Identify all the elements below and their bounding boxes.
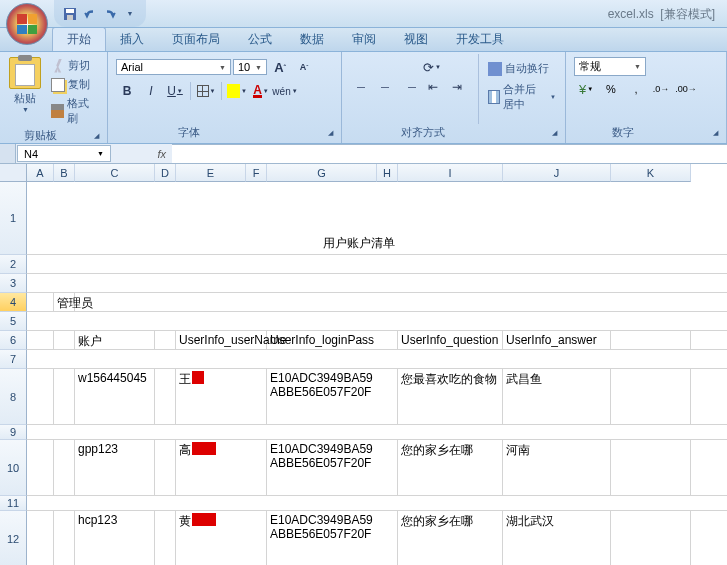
cell[interactable] [27,511,54,565]
cell[interactable] [611,440,691,495]
align-top-button[interactable] [350,57,372,77]
font-color-button[interactable]: A▼ [250,81,272,101]
cell[interactable] [27,496,691,510]
row-header[interactable]: 1 [0,182,27,255]
tab-layout[interactable]: 页面布局 [158,28,234,51]
format-painter-button[interactable]: 格式刷 [49,95,101,127]
cell-username[interactable]: 黄 [176,511,267,565]
redo-icon[interactable] [102,6,118,22]
percent-button[interactable]: % [599,79,623,99]
col-header[interactable]: K [611,164,691,182]
cell[interactable] [155,440,176,495]
italic-button[interactable]: I [140,81,162,101]
cell-title[interactable]: 用户账户清单 [27,182,691,254]
font-size-combo[interactable]: 10▼ [233,59,267,75]
align-middle-button[interactable] [374,57,396,77]
cell-password[interactable]: E10ADC3949BA59ABBE56E057F20F [267,511,398,565]
tab-view[interactable]: 视图 [390,28,442,51]
fill-color-button[interactable]: ▼ [226,81,248,101]
cell-username[interactable]: 王 [176,369,267,424]
cut-button[interactable]: 剪切 [49,57,101,74]
tab-review[interactable]: 审阅 [338,28,390,51]
col-header[interactable]: H [377,164,398,182]
increase-decimal-button[interactable]: .0→ [649,79,673,99]
cell-question[interactable]: 您的家乡在哪 [398,511,503,565]
col-header[interactable]: F [246,164,267,182]
cell-account[interactable]: gpp123 [75,440,155,495]
cell[interactable] [54,369,75,424]
cell[interactable] [155,369,176,424]
col-header[interactable]: J [503,164,611,182]
paste-button[interactable]: 粘贴 [14,91,36,106]
border-button[interactable]: ▼ [195,81,217,101]
row-header[interactable]: 10 [0,440,27,496]
cell-username[interactable]: 高 [176,440,267,495]
cell[interactable] [611,331,691,349]
cell-password[interactable]: E10ADC3949BA59ABBE56E057F20F [267,369,398,424]
cell[interactable] [155,511,176,565]
cell[interactable] [27,350,691,368]
align-bottom-button[interactable] [398,57,420,77]
tab-dev[interactable]: 开发工具 [442,28,518,51]
cell-header-password[interactable]: UserInfo_loginPass [267,331,398,349]
qat-dropdown-icon[interactable]: ▼ [122,6,138,22]
wrap-text-button[interactable]: 自动换行 [485,59,559,78]
undo-icon[interactable] [82,6,98,22]
select-all-corner[interactable] [0,164,27,182]
comma-button[interactable]: , [624,79,648,99]
currency-button[interactable]: ¥▼ [574,79,598,99]
row-header[interactable]: 11 [0,496,27,511]
save-icon[interactable] [62,6,78,22]
decrease-indent-button[interactable]: ⇤ [422,77,444,97]
row-header[interactable]: 12 [0,511,27,565]
tab-insert[interactable]: 插入 [106,28,158,51]
col-header[interactable]: I [398,164,503,182]
cell-header-username[interactable]: UserInfo_userName [176,331,267,349]
cell[interactable] [611,369,691,424]
tab-formula[interactable]: 公式 [234,28,286,51]
row-header[interactable]: 8 [0,369,27,425]
tab-data[interactable]: 数据 [286,28,338,51]
col-header[interactable]: C [75,164,155,182]
cell[interactable] [27,440,54,495]
name-box[interactable]: N4▼ [17,145,111,162]
row-header[interactable]: 3 [0,274,27,293]
cell[interactable] [611,511,691,565]
font-name-combo[interactable]: Arial▼ [116,59,231,75]
col-header[interactable]: B [54,164,75,182]
cell[interactable] [54,511,75,565]
cell-question[interactable]: 您最喜欢吃的食物 [398,369,503,424]
cell-answer[interactable]: 武昌鱼 [503,369,611,424]
cell[interactable]: 管理员 [54,293,75,311]
cell[interactable] [75,293,691,311]
shrink-font-button[interactable]: Aˇ [293,57,315,77]
bold-button[interactable]: B [116,81,138,101]
cell[interactable] [27,255,691,273]
cell[interactable] [27,293,54,311]
increase-indent-button[interactable]: ⇥ [446,77,468,97]
paste-icon[interactable] [9,57,41,89]
cell[interactable] [27,331,54,349]
underline-button[interactable]: U▼ [164,81,186,101]
number-format-combo[interactable]: 常规▼ [574,57,646,76]
formula-bar[interactable] [172,144,727,163]
phonetic-button[interactable]: wén▼ [274,81,296,101]
cell[interactable] [27,312,691,330]
row-header[interactable]: 2 [0,255,27,274]
cell-answer[interactable]: 湖北武汉 [503,511,611,565]
cell[interactable] [54,331,75,349]
namebox-expand[interactable] [0,144,16,163]
cell[interactable] [54,440,75,495]
cell-header-question[interactable]: UserInfo_question [398,331,503,349]
row-header[interactable]: 5 [0,312,27,331]
align-right-button[interactable] [398,77,420,97]
cell-account[interactable]: hcp123 [75,511,155,565]
tab-home[interactable]: 开始 [52,27,106,51]
col-header[interactable]: D [155,164,176,182]
row-header[interactable]: 6 [0,331,27,350]
col-header[interactable]: E [176,164,246,182]
office-button[interactable] [6,3,48,45]
merge-center-button[interactable]: 合并后居中▼ [485,80,559,114]
cell-answer[interactable]: 河南 [503,440,611,495]
grow-font-button[interactable]: Aˆ [269,57,291,77]
